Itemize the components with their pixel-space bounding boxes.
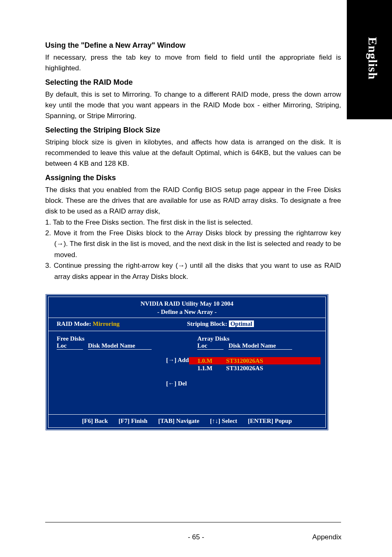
bios-panel: NVIDIA RAID Utility May 10 2004 - Define… (45, 294, 329, 431)
raid-mode-value: Mirroring (93, 320, 120, 327)
footer-enter-popup[interactable]: [ENTER] Popup (248, 418, 292, 425)
raid-mode-label: RAID Mode: (57, 320, 91, 327)
raid-mode-field[interactable]: RAID Mode: Mirroring (57, 320, 187, 327)
del-button[interactable]: [←] Del (166, 380, 197, 387)
array-disks-column[interactable]: Array Disks Loc Disk Model Name 1.0.M ST… (197, 335, 321, 404)
bios-title-line1: NVIDIA RAID Utility May 10 2004 (48, 299, 325, 308)
para-raid-mode: By default, this is set to Mirroring. To… (45, 89, 341, 122)
array-disk-row[interactable]: 1.1.M ST3120026AS (189, 364, 321, 372)
free-col-model: Disk Model Name (88, 342, 152, 350)
striping-block-field[interactable]: Striping Block: Optimal (187, 320, 317, 327)
footer-rule (45, 522, 341, 522)
bios-body: Free Disks Loc Disk Model Name [→] Add [… (48, 331, 325, 415)
page-content: Using the "Define a New Array" Window If… (45, 37, 341, 431)
footer-arrows-select[interactable]: [↑↓] Select (210, 418, 237, 425)
step-3: 3. Continue pressing the right-arrow key… (45, 260, 341, 282)
array-col-model: Disk Model Name (228, 342, 292, 350)
language-tab: English (366, 37, 380, 80)
disk-model: ST3120026AS (226, 365, 263, 372)
disk-loc: 1.1.M (197, 365, 226, 372)
array-disk-row-selected[interactable]: 1.0.M ST3120026AS (189, 357, 321, 364)
para-define-window: If necessary, press the tab key to move … (45, 52, 341, 74)
disk-model: ST3120026AS (226, 357, 263, 364)
array-col-loc: Loc (197, 342, 224, 350)
heading-define-window: Using the "Define a New Array" Window (45, 41, 341, 50)
disk-loc: 1.0.M (197, 357, 226, 364)
bios-inner: NVIDIA RAID Utility May 10 2004 - Define… (48, 297, 326, 428)
striping-block-label: Striping Block: (187, 320, 227, 327)
array-disks-title: Array Disks (197, 335, 321, 342)
bios-title-bar: NVIDIA RAID Utility May 10 2004 - Define… (48, 297, 325, 318)
array-disks-headers: Loc Disk Model Name (197, 342, 321, 350)
heading-striping-size: Selecting the Striping Block Size (45, 126, 341, 135)
bios-title-line2: - Define a New Array - (48, 308, 325, 316)
free-disks-headers: Loc Disk Model Name (57, 342, 166, 350)
side-black-bar: English (347, 0, 392, 119)
striping-block-value: Optimal (229, 320, 254, 327)
bios-footer: [F6] Back [F7] Finish [TAB] Navigate [↑↓… (48, 415, 325, 427)
free-disks-column[interactable]: Free Disks Loc Disk Model Name (57, 335, 166, 404)
heading-raid-mode: Selecting the RAID Mode (45, 78, 341, 87)
free-col-loc: Loc (57, 342, 83, 350)
free-disks-title: Free Disks (57, 335, 166, 342)
footer-f7-finish[interactable]: [F7] Finish (119, 418, 148, 425)
para-striping-size: Striping block size is given in kilobyte… (45, 137, 341, 169)
footer-tab-navigate[interactable]: [TAB] Navigate (158, 418, 199, 425)
array-disk-list: 1.0.M ST3120026AS 1.1.M ST3120026AS (189, 357, 321, 372)
footer-section: Appendix (312, 533, 341, 541)
bios-settings-row: RAID Mode: Mirroring Striping Block: Opt… (48, 318, 325, 331)
step-2: 2. Move it from the Free Disks block to … (45, 228, 341, 260)
step-1: 1. Tab to the Free Disks section. The fi… (45, 217, 341, 228)
heading-assigning-disks: Assigning the Disks (45, 174, 341, 182)
footer-f6-back[interactable]: [F6] Back (82, 418, 108, 425)
para-assigning-disks: The disks that you enabled from the RAID… (45, 185, 341, 217)
